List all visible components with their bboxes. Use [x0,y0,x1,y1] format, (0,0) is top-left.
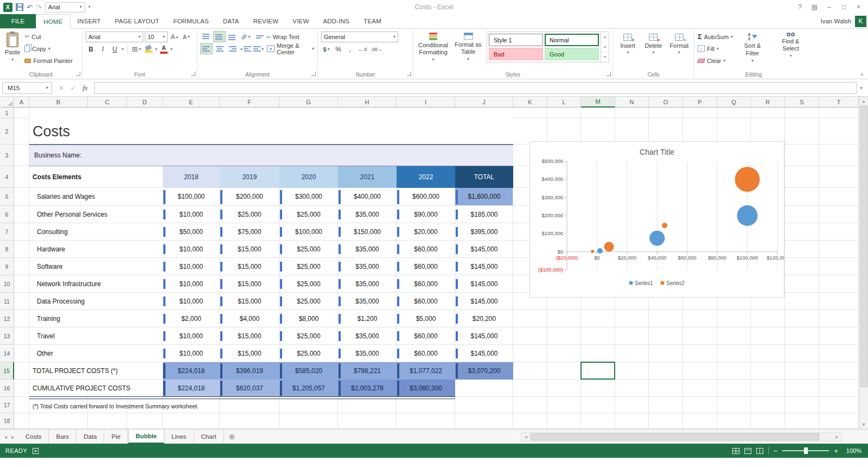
zoom-out-icon[interactable]: − [774,447,778,455]
row-header-3[interactable]: 3 [0,144,14,166]
vertical-scroll-thumb[interactable] [860,106,867,387]
scroll-down-icon[interactable]: ▾ [859,420,868,429]
cell-value[interactable]: $585,020 [279,362,338,380]
autosum-button[interactable]: ΣAutoSum▾ [698,31,733,42]
cell-value[interactable]: $10,000 [163,275,220,292]
column-header-H[interactable]: H [338,97,397,108]
business-name-band[interactable]: Business Name: [29,144,513,166]
sheet-nav-right-icon[interactable]: ▸ [11,434,14,440]
delete-cells-button[interactable]: × Delete ▾ [642,31,665,55]
fill-button[interactable]: ↓Fill▾ [698,43,733,54]
row-header-13[interactable]: 13 [0,327,14,345]
cell-value[interactable]: $145,000 [455,241,513,257]
decrease-indent-button[interactable]: ◂ [240,43,251,54]
sheet-tab-lines[interactable]: Lines [164,430,194,444]
cell-value[interactable]: $620,037 [220,380,279,397]
cell-value[interactable]: $145,000 [455,345,513,362]
sheet-tab-bars[interactable]: Bars [49,430,76,444]
dialog-launcher-icon[interactable] [607,72,611,76]
cell-value[interactable]: $8,000 [279,310,338,327]
scroll-right-icon[interactable]: ▸ [832,433,841,441]
cell-value[interactable]: $5,000 [397,310,455,327]
cell-value[interactable]: $200,000 [220,188,279,205]
expand-formula-bar-icon[interactable]: ▾ [857,85,866,91]
cell-value[interactable]: $35,000 [338,258,397,275]
table-header-2021[interactable]: 2021 [338,166,397,188]
column-header-T[interactable]: T [819,97,859,108]
row-header-8[interactable]: 8 [0,241,14,258]
cell-value[interactable]: $35,000 [338,241,397,257]
increase-decimal-button[interactable]: ←.0 [357,44,368,54]
cell-value[interactable]: $10,000 [163,258,220,275]
row-header-2[interactable]: 2 [0,118,14,144]
font-family-combo[interactable]: Arial▾ [86,31,143,42]
help-icon[interactable]: ? [793,2,807,13]
percent-button[interactable]: % [333,44,343,54]
active-cell[interactable] [580,362,615,380]
account-area[interactable]: Ivan Walsh K [821,14,868,28]
sort-filter-button[interactable]: AZ Sort & Filter ▾ [736,31,769,64]
column-header-N[interactable]: N [615,97,649,108]
cell-value[interactable]: $145,000 [455,327,513,344]
tab-view[interactable]: VIEW [285,14,316,28]
column-header-K[interactable]: K [513,97,547,108]
scroll-up-icon[interactable]: ▴ [859,97,868,106]
cell-value[interactable]: $224,018 [163,362,220,380]
cell-value[interactable]: $25,000 [279,345,338,362]
decrease-font-button[interactable]: A▾ [181,32,192,42]
formula-input[interactable] [94,82,857,94]
style-chip-style1[interactable]: Style 1 [489,34,543,46]
column-header-E[interactable]: E [163,97,220,108]
gallery-more-icon[interactable]: ▾ [601,52,609,62]
row-header-10[interactable]: 10 [0,275,14,293]
cell-value[interactable]: $75,000 [220,223,279,240]
merge-center-button[interactable]: aMerge & Center▾ [267,43,314,54]
new-sheet-icon[interactable]: ⊕ [224,430,240,444]
style-chip-normal[interactable]: Normal [545,34,599,46]
borders-button[interactable]: ⊞▾ [131,44,142,54]
cell-value[interactable]: $20,200 [455,310,513,327]
tab-formulas[interactable]: FORMULAS [166,14,216,28]
zoom-slider[interactable] [782,450,829,451]
insert-function-icon[interactable]: fx [82,84,87,92]
column-header-B[interactable]: B [29,97,88,108]
cell-value[interactable]: $15,000 [220,345,279,362]
table-header-2020[interactable]: 2020 [279,166,338,188]
tab-insert[interactable]: INSERT [71,14,108,28]
enter-icon[interactable]: ✓ [71,84,76,92]
column-header-C[interactable]: C [88,97,127,108]
cell-value[interactable]: $100,000 [163,188,220,205]
name-box[interactable]: M15▾ [2,82,52,94]
cell-value[interactable]: $300,000 [279,188,338,205]
dialog-launcher-icon[interactable] [76,72,80,76]
column-header-S[interactable]: S [785,97,819,108]
sheet-tab-chart[interactable]: Chart [194,430,224,444]
excel-app-icon[interactable]: X [3,3,12,12]
cell-value[interactable]: $25,000 [279,275,338,292]
increase-indent-button[interactable]: ▸ [253,43,264,54]
dialog-launcher-icon[interactable] [407,72,411,76]
cell-value[interactable]: $60,000 [397,258,455,275]
row-header-9[interactable]: 9 [0,258,14,275]
maximize-icon[interactable]: □ [837,2,851,13]
spreadsheet-grid[interactable]: CostsBusiness Name:Costs Elements2018201… [14,108,859,429]
align-right-button[interactable] [227,43,238,54]
row-header-17[interactable]: 17 [0,397,14,413]
cancel-icon[interactable]: ✕ [59,84,64,92]
align-top-button[interactable] [201,31,212,42]
currency-button[interactable]: $▾ [321,44,331,54]
font-size-combo[interactable]: 10▾ [145,31,168,42]
cell-value[interactable]: $60,000 [397,293,455,310]
style-chip-bad[interactable]: Bad [489,48,543,60]
gallery-down-icon[interactable]: ▾ [601,42,609,53]
row-header-16[interactable]: 16 [0,380,14,397]
vertical-scrollbar[interactable]: ▴ ▾ [859,97,868,429]
cell-value[interactable]: $2,003,278 [338,380,397,397]
table-header-2018[interactable]: 2018 [163,166,220,188]
align-middle-button[interactable] [214,31,225,42]
row-header-4[interactable]: 4 [0,166,14,188]
zoom-in-icon[interactable]: + [834,447,838,455]
tab-page-layout[interactable]: PAGE LAYOUT [108,14,167,28]
number-format-combo[interactable]: General▾ [321,31,398,42]
cell-value[interactable]: $100,000 [279,223,338,240]
